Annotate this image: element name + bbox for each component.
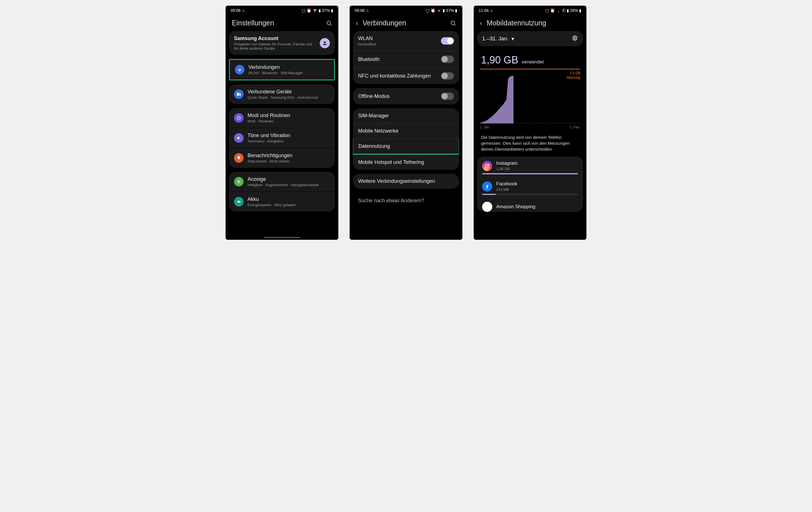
nfc-toggle[interactable] <box>441 72 454 80</box>
warning-label: 2,0 GB Warnung <box>567 71 580 80</box>
settings-item-modi[interactable]: Modi und Routinen Modi · Routinen <box>229 108 335 128</box>
search-icon[interactable] <box>450 20 456 26</box>
app-name: Facebook <box>496 181 578 187</box>
phone-data-usage: 11:04 ♨ ▢ ⏰ ✆ ▮ 26% ▮ ‹ Mobildatennutzun… <box>474 6 586 240</box>
item-title: Modi und Routinen <box>248 113 330 118</box>
conn-item-offline[interactable]: Offline-Modus <box>353 88 459 104</box>
svg-rect-8 <box>240 201 241 202</box>
svg-point-11 <box>574 37 576 39</box>
account-card[interactable]: Samsung Account Freigeben von Dateien fü… <box>229 31 335 55</box>
app-row-instagram[interactable]: Instagram 1,38 GB <box>477 157 583 173</box>
amazon-icon <box>482 202 492 212</box>
home-indicator[interactable] <box>264 237 300 238</box>
conn-item-nfc[interactable]: NFC und kontaktlose Zahlungen <box>353 67 459 84</box>
item-sub: Quick Share · Samsung DeX · Android Auto <box>248 95 330 99</box>
settings-item-benachrichtigungen[interactable]: Benachrichtigungen Statusleiste · Nicht … <box>229 148 335 168</box>
usage-summary: 1,90 GB verwendet 2,0 GB Warnung 1. Jan.… <box>477 50 583 157</box>
back-button[interactable]: ‹ <box>356 19 358 27</box>
status-time: 11:04 <box>479 8 489 13</box>
conn-item-hotspot[interactable]: Mobile Hotspot und Tethering <box>353 154 459 170</box>
usage-content: 1.–31. Jan. ▾ 1,90 GB verwendet 2,0 GB W… <box>474 31 586 240</box>
alarm-icon: ⏰ <box>550 8 555 13</box>
app-row-facebook[interactable]: Facebook 210 MB <box>477 177 583 194</box>
phone-icon: ✆ <box>562 8 566 13</box>
app-row-amazon[interactable]: Amazon Shopping <box>477 198 583 212</box>
wifi-icon <box>436 7 441 13</box>
item-title: Bluetooth <box>358 56 379 62</box>
connected-devices-card: Verbundene Geräte Quick Share · Samsung … <box>229 84 335 104</box>
settings-item-verbindungen[interactable]: Verbindungen WLAN · Bluetooth · SIM-Mana… <box>230 60 334 80</box>
svg-line-10 <box>454 24 455 25</box>
svg-point-0 <box>327 21 331 25</box>
bluetooth-toggle[interactable] <box>441 56 454 63</box>
phone-connections: 09:08 ♨ ▢ ⏰ ▮ 37% ▮ ‹ Verbindungen WLAN <box>350 6 462 240</box>
signal-icon: ▮ <box>319 8 321 13</box>
item-sub: Energiesparen · Wird geladen <box>248 203 330 207</box>
conn-item-mobile-netzwerke[interactable]: Mobile Netzwerke <box>353 123 459 139</box>
item-title: Datennutzung <box>358 143 390 149</box>
item-title: NFC und kontaktlose Zahlungen <box>358 73 431 79</box>
battery-circle-icon <box>234 197 243 206</box>
svg-point-9 <box>451 21 455 25</box>
wlan-toggle[interactable] <box>441 37 454 45</box>
warning-text: Warnung <box>567 76 580 80</box>
title-row: Einstellungen <box>226 14 338 31</box>
conn-item-bluetooth[interactable]: Bluetooth <box>353 51 459 67</box>
settings-item-toene[interactable]: Töne und Vibration Tonmodus · Klingelton <box>229 128 335 148</box>
date-range-selector[interactable]: 1.–31. Jan. ▾ <box>482 35 514 42</box>
page-title: Verbindungen <box>362 19 406 27</box>
account-title: Samsung Account <box>234 35 316 41</box>
notifications-icon <box>234 153 243 163</box>
item-title: Töne und Vibration <box>248 133 330 139</box>
conn-item-sim[interactable]: SIM-Manager <box>353 108 459 123</box>
svg-point-14 <box>486 165 488 167</box>
search-icon[interactable] <box>326 20 332 26</box>
item-sub: Tonmodus · Klingelton <box>248 139 330 143</box>
title-row: ‹ Mobildatennutzung <box>474 14 586 31</box>
item-title: SIM-Manager <box>358 113 389 119</box>
svg-rect-4 <box>239 93 241 96</box>
modes-icon <box>234 113 243 123</box>
svg-point-2 <box>324 41 326 43</box>
facebook-icon <box>482 181 492 192</box>
status-bar: 09:08 ♨ ▢ ⏰ ▮ 37% ▮ <box>226 6 338 14</box>
battery-icon: ▮ <box>455 8 457 13</box>
sound-icon <box>234 133 243 143</box>
settings-gear-button[interactable] <box>572 35 578 42</box>
devices-icon <box>234 89 243 99</box>
back-button[interactable]: ‹ <box>480 19 482 27</box>
item-title: Mobile Hotspot und Tethering <box>358 160 424 165</box>
settings-item-akku[interactable]: Akku Energiesparen · Wird geladen <box>229 192 335 211</box>
phone-settings: 09:08 ♨ ▢ ⏰ ▮ 37% ▮ Einstellungen Samsun… <box>226 6 338 240</box>
app-name: Amazon Shopping <box>496 204 578 209</box>
svg-point-15 <box>488 164 489 165</box>
connections-content: WLAN homeoffice Bluetooth NFC und kontak… <box>350 31 462 240</box>
item-title: WLAN <box>358 35 376 41</box>
settings-item-verbundene[interactable]: Verbundene Geräte Quick Share · Samsung … <box>229 84 335 104</box>
conn-item-wlan[interactable]: WLAN homeoffice <box>353 31 459 51</box>
connections-card: Verbindungen WLAN · Bluetooth · SIM-Mana… <box>229 59 335 80</box>
settings-content: Samsung Account Freigeben von Dateien fü… <box>226 31 338 240</box>
settings-item-anzeige[interactable]: Anzeige Helligkeit · Augenkomfort · Navi… <box>229 172 335 192</box>
axis-start: 1. Jan. <box>480 125 490 129</box>
settings-card-2: Modi und Routinen Modi · Routinen Töne u… <box>229 108 335 168</box>
wifi-icon <box>312 7 317 13</box>
display-icon <box>234 177 243 187</box>
alarm-icon: ⏰ <box>307 8 311 13</box>
conn-item-weitere[interactable]: Weitere Verbindungseinstellungen <box>353 174 459 189</box>
conn-card-1: WLAN homeoffice Bluetooth NFC und kontak… <box>353 31 459 84</box>
app-usage-card: Instagram 1,38 GB Facebook 210 MB <box>477 157 583 212</box>
streak-icon: ♨ <box>490 8 493 13</box>
page-title: Mobildatennutzung <box>487 19 546 27</box>
offline-toggle[interactable] <box>441 92 454 100</box>
item-title: Verbindungen <box>249 64 329 70</box>
wifi-circle-icon <box>235 65 244 75</box>
conn-item-datennutzung[interactable]: Datennutzung <box>353 139 459 154</box>
item-sub: WLAN · Bluetooth · SIM-Manager <box>249 71 329 75</box>
usage-area-chart <box>480 73 580 123</box>
item-title: Weitere Verbindungseinstellungen <box>358 178 435 184</box>
search-other-prompt[interactable]: Suche nach etwas Anderem? <box>353 193 459 209</box>
status-time: 09:08 <box>231 8 240 13</box>
usage-label: verwendet <box>522 59 544 65</box>
axis-end: 1. Feb. <box>570 125 580 129</box>
